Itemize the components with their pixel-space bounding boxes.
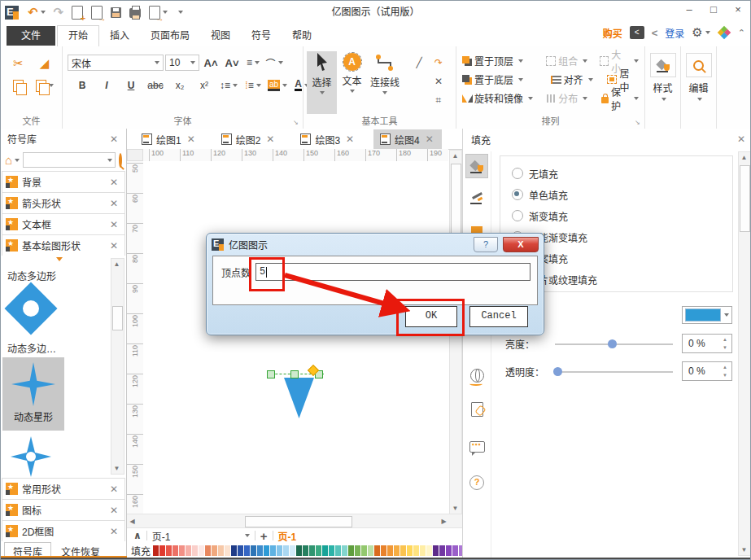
- connector-tool-button[interactable]: 连接线: [367, 51, 403, 114]
- tab-page-layout[interactable]: 页面布局: [140, 26, 200, 46]
- comment-button[interactable]: [465, 435, 488, 459]
- color-swatch[interactable]: [361, 545, 367, 556]
- tab-drawing2[interactable]: 绘图2✕: [215, 129, 283, 149]
- category-icons[interactable]: 图标✕: [2, 499, 125, 520]
- dynamic-star-shape-selected[interactable]: 动态星形: [2, 357, 64, 431]
- close-icon[interactable]: ✕: [108, 505, 120, 516]
- color-swatch[interactable]: [335, 545, 341, 556]
- color-swatch[interactable]: [394, 545, 400, 556]
- tab-insert[interactable]: 插入: [99, 26, 140, 46]
- font-size-select[interactable]: 10: [165, 55, 199, 71]
- decrease-font-button[interactable]: A˅: [223, 54, 241, 72]
- close-icon[interactable]: ✕: [108, 483, 120, 495]
- color-swatch[interactable]: [153, 545, 159, 556]
- scrollbar-thumb[interactable]: [740, 165, 750, 232]
- print-button[interactable]: [128, 3, 142, 21]
- fill-color-dropdown[interactable]: [682, 306, 732, 324]
- bold-button[interactable]: B: [73, 77, 91, 94]
- home-button[interactable]: ⌂: [5, 153, 20, 167]
- category-background[interactable]: 背景✕: [2, 171, 125, 192]
- color-swatch[interactable]: [277, 545, 282, 556]
- category-2d-block[interactable]: 2D框图✕: [2, 520, 125, 541]
- color-swatch[interactable]: [433, 545, 439, 556]
- tab-view[interactable]: 视图: [200, 26, 241, 46]
- bring-to-front-button[interactable]: 置于顶层: [460, 52, 544, 69]
- align-button[interactable]: 对齐: [548, 71, 605, 88]
- transparency-slider[interactable]: [555, 371, 673, 373]
- option-texture-fill[interactable]: 图片或纹理填充: [512, 269, 732, 290]
- page-select[interactable]: 页-1: [152, 529, 250, 543]
- color-swatch[interactable]: [218, 545, 224, 556]
- color-swatch[interactable]: [251, 545, 256, 556]
- selection-handle[interactable]: [290, 370, 299, 378]
- color-swatch[interactable]: [329, 545, 334, 556]
- tab-symbols[interactable]: 符号: [241, 26, 282, 46]
- group-button[interactable]: 组合: [544, 52, 597, 69]
- color-swatch[interactable]: [439, 545, 445, 556]
- color-swatch[interactable]: [296, 545, 302, 556]
- color-swatch[interactable]: [452, 545, 458, 556]
- color-swatch[interactable]: [446, 545, 452, 556]
- export-button[interactable]: [147, 3, 169, 21]
- share-icon[interactable]: <: [652, 27, 658, 39]
- scroll-right-icon[interactable]: ▶: [439, 516, 449, 527]
- color-swatch[interactable]: [420, 545, 426, 556]
- close-icon[interactable]: ✕: [108, 177, 120, 188]
- arc-text-button[interactable]: ⌒: [265, 54, 283, 72]
- dynamic-star-shape-2[interactable]: [11, 436, 51, 477]
- color-swatch[interactable]: [231, 545, 237, 556]
- quick-access-more-button[interactable]: [174, 3, 185, 21]
- scrollbar-thumb[interactable]: [112, 306, 123, 330]
- font-family-select[interactable]: 宋体: [68, 55, 164, 71]
- copy-button[interactable]: [10, 77, 28, 94]
- search-input[interactable]: [23, 152, 116, 168]
- bullet-list-button[interactable]: ⁞≡: [244, 77, 262, 94]
- color-swatch[interactable]: [426, 545, 432, 556]
- help-button[interactable]: ?: [465, 470, 488, 495]
- add-page-button[interactable]: +: [260, 529, 268, 543]
- close-icon[interactable]: ✕: [108, 219, 120, 230]
- scroll-left-icon[interactable]: ◀: [127, 516, 138, 527]
- new-document-button[interactable]: [70, 3, 85, 21]
- tab-drawing4-active[interactable]: 绘图4✕: [373, 129, 442, 149]
- close-icon[interactable]: ✕: [108, 240, 120, 252]
- scroll-down-icon[interactable]: ▼: [111, 463, 122, 474]
- color-swatch[interactable]: [355, 545, 360, 556]
- increase-font-button[interactable]: A˄: [202, 54, 220, 72]
- share-folder-icon[interactable]: <: [630, 26, 644, 39]
- maximize-button[interactable]: □: [701, 1, 726, 20]
- color-swatch[interactable]: [205, 545, 211, 556]
- color-swatch[interactable]: [407, 545, 413, 556]
- tab-help[interactable]: 帮助: [282, 26, 322, 46]
- select-tool-button[interactable]: 选择: [307, 51, 337, 114]
- minimize-button[interactable]: –: [677, 1, 701, 20]
- color-swatch[interactable]: [381, 545, 386, 556]
- attachment-button[interactable]: [465, 397, 488, 422]
- color-swatch[interactable]: [238, 545, 243, 556]
- rotate-mirror-button[interactable]: 旋转和镜像: [460, 90, 544, 107]
- option-solid-fill[interactable]: 单色填充: [512, 184, 732, 205]
- color-swatch[interactable]: [172, 545, 178, 556]
- color-swatch[interactable]: [316, 545, 321, 556]
- transparency-spinner[interactable]: 0 %▲▼: [682, 361, 732, 381]
- color-swatch[interactable]: [387, 545, 393, 556]
- open-button[interactable]: [90, 3, 104, 21]
- category-common-shapes[interactable]: 常用形状✕: [2, 478, 125, 499]
- edit-button[interactable]: [686, 53, 712, 77]
- scroll-up-icon[interactable]: ▲: [739, 152, 749, 163]
- style-button[interactable]: [650, 53, 676, 77]
- slider-thumb[interactable]: [553, 367, 562, 376]
- strikethrough-button[interactable]: abc: [146, 77, 164, 94]
- option-pattern-fill[interactable]: 图案填充: [512, 247, 732, 269]
- dialog-close-button[interactable]: X: [503, 237, 539, 252]
- close-icon[interactable]: ✕: [264, 133, 276, 145]
- vertex-count-input[interactable]: 5: [255, 263, 531, 281]
- close-icon[interactable]: ✕: [108, 133, 120, 145]
- color-swatch[interactable]: [342, 545, 347, 556]
- close-icon[interactable]: ✕: [108, 526, 120, 537]
- color-swatch[interactable]: [166, 545, 172, 556]
- scrollbar-thumb[interactable]: [245, 516, 352, 527]
- dynamic-polygon-shape[interactable]: [4, 282, 57, 335]
- panel-scrollbar[interactable]: ▲ ▼: [738, 151, 751, 556]
- highlight-button[interactable]: ab: [269, 77, 286, 94]
